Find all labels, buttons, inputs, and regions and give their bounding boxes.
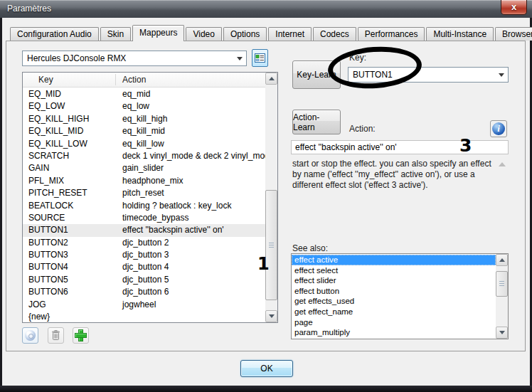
key-cell: PFL_MIX — [23, 175, 117, 187]
table-row[interactable]: PFL_MIXheadphone_mix — [23, 175, 265, 187]
arrow-up-icon — [499, 162, 506, 166]
grip-icon — [499, 281, 504, 287]
close-button[interactable]: x — [501, 0, 527, 15]
list-item[interactable]: page — [292, 317, 496, 328]
delete-mapping-button[interactable] — [48, 327, 64, 344]
action-cell: djc_button 3 — [117, 249, 265, 261]
action-input[interactable] — [291, 140, 509, 154]
tab-mappeurs[interactable]: Mappeurs — [132, 25, 184, 41]
table-row[interactable]: PITCH_RESETpitch_reset — [23, 187, 265, 199]
window-border-bottom — [0, 386, 532, 392]
scroll-down-button[interactable] — [496, 327, 508, 339]
key-cell: SOURCE — [23, 212, 117, 224]
action-cell: eq_kill_high — [117, 113, 265, 125]
tab-multi-instance[interactable]: Multi-Instance — [426, 27, 494, 41]
close-icon: x — [511, 1, 516, 12]
list-item[interactable]: video_fx — [292, 338, 496, 339]
table-row[interactable]: JOGjogwheel — [23, 299, 265, 311]
mapping-list-header[interactable]: Key Action — [23, 73, 265, 88]
mapper-editor-button[interactable] — [252, 49, 268, 67]
parametres-dialog: Paramètres x Configuration AudioSkinMapp… — [0, 0, 532, 392]
table-row[interactable]: SCRATCHdeck 1 vinyl_mode & deck 2 vinyl_… — [23, 150, 265, 162]
column-header-action[interactable]: Action — [122, 75, 146, 85]
tab-browser[interactable]: Browser — [495, 27, 532, 41]
table-row[interactable]: BUTTON6djc_button 6 — [23, 286, 265, 298]
window-title: Paramètres — [7, 4, 51, 14]
action-cell: eq_kill_mid — [117, 125, 265, 137]
table-row[interactable]: GAINgain_slider — [23, 162, 265, 174]
action-cell: gain_slider — [117, 162, 265, 174]
action-cell: djc_button 2 — [117, 237, 265, 249]
key-cell: EQ_KILL_MID — [23, 125, 117, 137]
action-learn-button[interactable]: Action-Learn — [292, 110, 341, 134]
key-learn-button[interactable]: Key-Learn — [292, 60, 341, 89]
tab-codecs[interactable]: Codecs — [313, 27, 356, 41]
table-row[interactable]: SOURCEtimecode_bypass — [23, 212, 265, 224]
table-row[interactable]: BUTTON2djc_button 2 — [23, 237, 265, 249]
scrollbar-thumb[interactable] — [265, 190, 277, 300]
list-item[interactable]: effect button — [292, 286, 496, 297]
table-row[interactable]: EQ_LOWeq_low — [23, 100, 265, 112]
key-combobox[interactable]: BUTTON1 — [348, 67, 509, 83]
info-button[interactable]: i — [490, 120, 507, 137]
scroll-up-button[interactable] — [265, 73, 277, 85]
see-also-items: effect activeeffect selecteffect slidere… — [292, 255, 496, 339]
table-row[interactable]: EQ_KILL_HIGHeq_kill_high — [23, 113, 265, 125]
mapping-list-scrollbar[interactable] — [265, 73, 277, 322]
key-cell: EQ_LOW — [23, 100, 117, 112]
tab-internet[interactable]: Internet — [268, 27, 312, 41]
list-item[interactable]: effect slider — [292, 275, 496, 286]
table-row[interactable]: {new} — [23, 311, 265, 323]
action-cell: eq_kill_low — [117, 138, 265, 150]
chevron-down-icon — [499, 73, 504, 77]
list-item[interactable]: get effect_name — [292, 307, 496, 317]
list-item[interactable]: effect select — [292, 265, 496, 276]
key-cell: GAIN — [23, 162, 117, 174]
table-row[interactable]: BUTTON5djc_button 5 — [23, 274, 265, 286]
tab-configuration-audio[interactable]: Configuration Audio — [10, 27, 99, 41]
tab-performances[interactable]: Performances — [358, 27, 425, 41]
scroll-up-button[interactable] — [496, 254, 508, 266]
action-cell: headphone_mix — [117, 175, 265, 187]
list-item[interactable]: effect active — [292, 255, 496, 265]
tab-bar: Configuration AudioSkinMappeursVideoOpti… — [10, 25, 532, 41]
column-header-key[interactable]: Key — [38, 75, 53, 85]
list-item[interactable]: get effects_used — [292, 296, 496, 307]
action-cell: djc_button 5 — [117, 274, 265, 286]
reset-mapping-button[interactable] — [22, 327, 38, 344]
table-row[interactable]: BUTTON4djc_button 4 — [23, 261, 265, 273]
key-cell: SCRATCH — [23, 150, 117, 162]
add-mapping-button[interactable] — [73, 327, 89, 344]
titlebar[interactable]: Paramètres x — [0, 0, 532, 18]
table-row[interactable]: BEATLOCKholding ? beatlock : key_lock — [23, 200, 265, 212]
mapping-list: Key Action EQ_MIDeq_midEQ_LOWeq_lowEQ_KI… — [22, 72, 278, 323]
action-cell: djc_button 4 — [117, 261, 265, 273]
column-divider[interactable] — [115, 74, 116, 85]
device-combobox-value: Hercules DJConsole RMX — [27, 53, 126, 63]
action-cell: deck 1 vinyl_mode & deck 2 vinyl_mode — [117, 150, 265, 162]
tab-options[interactable]: Options — [223, 27, 267, 41]
scrollbar-thumb[interactable] — [496, 271, 508, 297]
table-row[interactable]: EQ_KILL_LOWeq_kill_low — [23, 138, 265, 150]
see-also-scrollbar[interactable] — [496, 254, 508, 339]
arrow-up-icon — [269, 77, 275, 80]
action-help-text: start or stop the effect. you can also s… — [292, 159, 497, 191]
tab-video[interactable]: Video — [186, 27, 221, 41]
list-item[interactable]: param_multiply — [292, 327, 496, 338]
key-cell: BUTTON5 — [23, 274, 117, 286]
action-cell: effect ''backspin active'' on' — [117, 224, 265, 236]
key-cell: EQ_MID — [23, 88, 117, 100]
table-row[interactable]: EQ_MIDeq_mid — [23, 88, 265, 100]
device-combobox[interactable]: Hercules DJConsole RMX — [22, 51, 247, 66]
action-cell: timecode_bypass — [117, 212, 265, 224]
arrow-down-icon — [499, 331, 505, 334]
table-row[interactable]: BUTTON1effect ''backspin active'' on' — [23, 224, 265, 236]
table-row[interactable]: BUTTON3djc_button 3 — [23, 249, 265, 261]
table-row[interactable]: EQ_KILL_MIDeq_kill_mid — [23, 125, 265, 137]
tab-skin[interactable]: Skin — [100, 27, 131, 41]
key-cell: BUTTON2 — [23, 237, 117, 249]
arrow-down-icon — [269, 314, 275, 318]
mapping-rows: EQ_MIDeq_midEQ_LOWeq_lowEQ_KILL_HIGHeq_k… — [23, 88, 265, 322]
scroll-down-button[interactable] — [265, 310, 277, 322]
ok-button[interactable]: OK — [240, 360, 293, 377]
